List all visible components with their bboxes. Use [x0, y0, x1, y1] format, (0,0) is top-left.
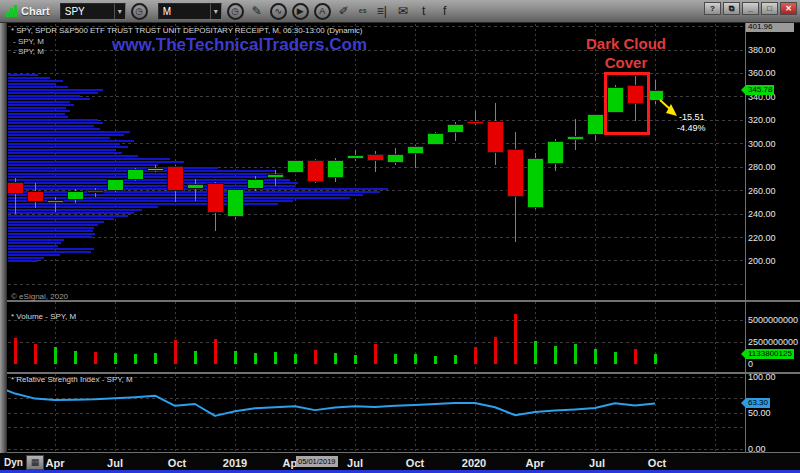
time-tick: Oct — [168, 457, 186, 469]
watermark: www.TheTechnicalTraders.Com — [112, 35, 367, 55]
candle-body — [407, 147, 423, 154]
candle-body — [447, 124, 463, 132]
eraser-icon[interactable]: ✐ — [336, 3, 352, 19]
time-tick: Oct — [648, 457, 666, 469]
candle-body — [307, 161, 323, 182]
candle-body — [207, 183, 223, 212]
playback-icon[interactable]: ▶ — [292, 3, 309, 20]
candle-body — [627, 85, 643, 103]
candle-body — [387, 155, 403, 163]
esignal-chart-window: Chart SPY ▾ ◷ M ▾ ◷✎∿▶A✐es≡|✉tf ?⧉_□✕ * … — [0, 0, 800, 473]
price-tick: 200.00 — [748, 256, 776, 266]
restore-button[interactable]: ⧉ — [723, 2, 740, 15]
toolbar: Chart SPY ▾ ◷ M ▾ ◷✎∿▶A✐es≡|✉tf ?⧉_□✕ — [0, 0, 800, 23]
chevron-down-icon: ▾ — [114, 4, 125, 19]
esignal-logo[interactable]: es — [357, 3, 369, 19]
time-template-clock-icon[interactable]: ◷ — [227, 3, 244, 20]
close-button[interactable]: ✕ — [780, 2, 797, 15]
chart-window-icon — [6, 5, 17, 17]
candle-body — [367, 154, 383, 160]
candle-body — [427, 133, 443, 144]
price-tick: 260.00 — [748, 186, 776, 196]
volume-panel-header: * Volume - SPY, M — [11, 312, 76, 321]
price-tick: 360.00 — [748, 68, 776, 78]
help-button[interactable]: ? — [704, 2, 721, 15]
candle-body — [187, 184, 203, 189]
candle-body — [467, 121, 483, 124]
facebook-icon[interactable]: f — [437, 3, 453, 19]
window-title: Chart — [21, 5, 50, 17]
candle-body — [147, 168, 163, 170]
time-tick: 2019 — [223, 457, 247, 469]
candle-body — [507, 150, 523, 197]
rsi-tick: 100.00 — [748, 372, 776, 382]
price-tick: 240.00 — [748, 209, 776, 219]
candle-body — [247, 179, 263, 189]
candle-body — [87, 190, 103, 192]
time-tick: Jul — [347, 457, 363, 469]
volume-tick: 0 — [748, 359, 753, 369]
time-tick: Jul — [589, 457, 605, 469]
chart-title: * SPY, SPDR S&P500 ETF TRUST TRUST UNIT … — [11, 26, 362, 35]
axis-top-value-tag: 401.96 — [746, 22, 794, 32]
candle-body — [567, 136, 583, 139]
last-volume-tag: 1133800125 — [746, 349, 794, 359]
rsi-line — [2, 389, 655, 416]
volume-tick: 2500000000 — [748, 337, 798, 347]
last-price-tag: 345.78 — [746, 85, 774, 95]
candle-body — [547, 142, 563, 164]
chat-icon[interactable]: ✉ — [395, 3, 411, 19]
change-percent-label: -4.49% — [677, 123, 706, 133]
overlay-legend-2: - SPY, M — [13, 47, 44, 56]
candle-body — [7, 182, 23, 193]
time-tick: Apr — [46, 457, 65, 469]
pattern-annotation-label: Dark Cloud Cover — [556, 34, 696, 72]
price-tick: 320.00 — [748, 115, 776, 125]
candle-body — [167, 166, 183, 190]
panel-list-icon[interactable]: ≡| — [374, 3, 390, 19]
window-left-border — [0, 22, 7, 453]
candle-body — [47, 200, 63, 202]
crosshair-date-tag: 05/01/2019 — [296, 456, 338, 467]
time-tick: Jul — [107, 457, 123, 469]
minimize-button[interactable]: _ — [742, 2, 759, 15]
price-tick: 220.00 — [748, 233, 776, 243]
time-tick: 2020 — [462, 457, 486, 469]
candle-body — [287, 161, 303, 172]
candle-body — [27, 191, 43, 201]
overlay-legend-1: - SPY, M — [13, 37, 44, 46]
interval-value: M — [159, 6, 210, 17]
candle-body — [527, 158, 543, 207]
candle-body — [267, 174, 283, 177]
symbol-select[interactable]: SPY ▾ — [60, 3, 126, 20]
dynamic-session-label: Dyn — [4, 457, 23, 468]
auto-analysis-icon[interactable]: A — [314, 3, 331, 20]
candle-body — [327, 161, 343, 178]
rsi-tick: 50.00 — [748, 408, 771, 418]
interval-lock-clock-icon[interactable]: ◷ — [131, 3, 148, 20]
maximize-button[interactable]: □ — [761, 2, 778, 15]
time-axis: Dyn ▦ AprJulOct2019AprJulOct2020AprJulOc… — [0, 453, 800, 470]
candle-body — [347, 155, 363, 158]
last-rsi-tag: 63.30 — [746, 398, 770, 408]
chevron-down-icon: ▾ — [210, 4, 221, 19]
symbol-value: SPY — [61, 6, 114, 17]
candle-body — [587, 115, 603, 135]
candle-body — [227, 190, 243, 217]
draw-curve-icon[interactable]: ∿ — [270, 3, 287, 20]
interval-select[interactable]: M ▾ — [158, 3, 222, 20]
time-tick: Oct — [406, 457, 424, 469]
price-tick: 380.00 — [748, 45, 776, 55]
draw-pencil-icon[interactable]: ✎ — [249, 3, 265, 19]
twitter-icon[interactable]: t — [416, 3, 432, 19]
volume-tick: 5000000000 — [748, 315, 798, 325]
price-tick: 300.00 — [748, 139, 776, 149]
candle-body — [487, 121, 503, 152]
rsi-panel-header: * Relative Strength Index - SPY, M — [11, 375, 133, 384]
candle-body — [67, 191, 83, 199]
change-points-label: -15.51 — [679, 112, 705, 122]
candle-body — [607, 87, 623, 112]
time-tick: Apr — [526, 457, 545, 469]
session-lock-button[interactable]: ▦ — [26, 455, 44, 470]
price-tick: 280.00 — [748, 162, 776, 172]
